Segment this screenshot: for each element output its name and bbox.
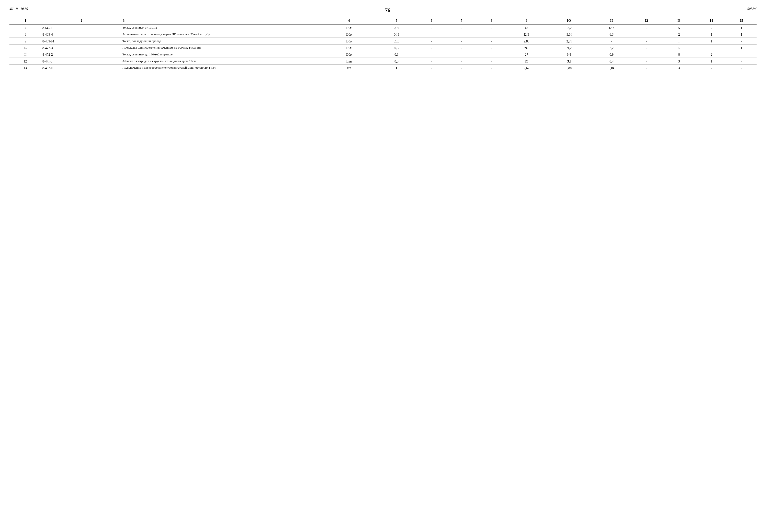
cell-6-6: -	[416, 58, 446, 64]
cell-5-1: II	[9, 51, 42, 58]
cell-7-2: 8-482-II	[42, 65, 121, 71]
table-row: 78-I46-IТо же, сечением 3х10мм2I00м0,I0-…	[9, 24, 757, 31]
table-row: I28-47I-3Забивка электродов из круглой с…	[9, 58, 757, 64]
cell-2-1: 8	[9, 31, 42, 37]
table-row: II8-472-2То же, сечением до 160мм2 в тра…	[9, 51, 757, 58]
col-header-8: 8	[476, 17, 506, 24]
cell-4-14: 6	[696, 45, 726, 51]
cell-1-4: I00м	[321, 24, 376, 31]
cell-5-3: То же, сечением до 160мм2 в транше	[121, 51, 321, 58]
cell-2-2: 8-409-4	[42, 31, 121, 37]
cell-1-14: 2	[696, 24, 726, 31]
cell-5-12: -	[632, 51, 662, 58]
cell-4-7: -	[446, 45, 476, 51]
table-row: 88-409-4Затягивание первого провода марк…	[9, 31, 757, 37]
cell-2-13: 2	[662, 31, 696, 37]
cell-2-12: -	[632, 31, 662, 37]
cell-1-13: 5	[662, 24, 696, 31]
cell-4-4: I00м	[321, 45, 376, 51]
cell-3-15: -	[727, 38, 757, 44]
cell-4-8: -	[476, 45, 506, 51]
cell-4-5: 0,3	[376, 45, 416, 51]
cell-7-3: Подключение к электросети электродвигате…	[121, 65, 321, 71]
cell-4-15: I	[727, 45, 757, 51]
col-header-2: 2	[42, 17, 121, 24]
cell-4-6: -	[416, 45, 446, 51]
cell-1-10: I8,2	[546, 24, 591, 31]
cell-3-5: C,I5	[376, 38, 416, 44]
cell-3-3: То же, последующий провод	[121, 38, 321, 44]
cell-7-14: 2	[696, 65, 726, 71]
cell-7-12: -	[632, 65, 662, 71]
cell-4-12: -	[632, 45, 662, 51]
cell-1-6: -	[416, 24, 446, 31]
cell-1-5: 0,I0	[376, 24, 416, 31]
cell-7-4: шт	[321, 65, 376, 71]
cell-1-12: -	[632, 24, 662, 31]
cell-5-14: 2	[696, 51, 726, 58]
doc-code: 9052/6	[747, 7, 757, 11]
page-header: 4II - 9 - 10.85 76 9052/6	[9, 7, 757, 13]
cell-1-9: 48	[507, 24, 547, 31]
cell-6-7: -	[446, 58, 476, 64]
cell-3-6: -	[416, 38, 446, 44]
cell-2-3: Затягивание первого провода марки ПВ сеч…	[121, 31, 321, 37]
cell-3-12: -	[632, 38, 662, 44]
col-header-13: I3	[662, 17, 696, 24]
col-header-14: I4	[696, 17, 726, 24]
dotted-divider	[9, 15, 757, 15]
cell-7-10: I,88	[546, 65, 591, 71]
cell-2-11: 6,3	[591, 31, 632, 37]
cell-1-11: I2,7	[591, 24, 632, 31]
cell-5-9: 27	[507, 51, 547, 58]
cell-5-8: -	[476, 51, 506, 58]
cell-7-11: 0,04	[591, 65, 632, 71]
cell-6-2: 8-47I-3	[42, 58, 121, 64]
col-header-4: 4	[321, 17, 376, 24]
cell-2-6: -	[416, 31, 446, 37]
cell-7-8: -	[476, 65, 506, 71]
cell-6-1: I2	[9, 58, 42, 64]
cell-5-15: -	[727, 51, 757, 58]
col-header-7: 7	[446, 17, 476, 24]
cell-3-4: I00м	[321, 38, 376, 44]
cell-5-10: 6,8	[546, 51, 591, 58]
cell-6-10: 3,I	[546, 58, 591, 64]
col-header-9: 9	[507, 17, 547, 24]
column-headers: I 2 3 4 5 6 7 8 9 IO II I2 I3 I4 I5	[9, 17, 757, 24]
cell-6-4: I0шт	[321, 58, 376, 64]
col-header-3: 3	[121, 17, 321, 24]
cell-1-3: То же, сечением 3х10мм2	[121, 24, 321, 31]
cell-3-14: I	[696, 38, 726, 44]
cell-4-10: 2I,2	[546, 45, 591, 51]
cell-6-3: Забивка электродов из круглой стали диам…	[121, 58, 321, 64]
cell-7-5: I	[376, 65, 416, 71]
cell-2-10: 5,5I	[546, 31, 591, 37]
cell-3-13: I	[662, 38, 696, 44]
cell-6-15: -	[727, 58, 757, 64]
cell-7-9: 2,62	[507, 65, 547, 71]
cell-2-14: I	[696, 31, 726, 37]
table-row: IO8-472-3Прокладка шин заземления сечени…	[9, 45, 757, 51]
cell-2-15: I	[727, 31, 757, 37]
cell-5-5: 0,3	[376, 51, 416, 58]
cell-5-13: 8	[662, 51, 696, 58]
cell-2-9: I2,3	[507, 31, 547, 37]
col-header-12: I2	[632, 17, 662, 24]
cell-6-5: 0,3	[376, 58, 416, 64]
cell-7-7: -	[446, 65, 476, 71]
page-number: 76	[28, 7, 747, 13]
cell-4-9: 39,3	[507, 45, 547, 51]
cell-5-11: 0,9	[591, 51, 632, 58]
cell-6-11: 0,4	[591, 58, 632, 64]
cell-4-3: Прокладка шин заземления сечением до 100…	[121, 45, 321, 51]
cell-7-6: -	[416, 65, 446, 71]
cell-6-8: -	[476, 58, 506, 64]
doc-number: 4II - 9 - 10.85	[9, 7, 28, 11]
cell-5-7: -	[446, 51, 476, 58]
cell-1-7: -	[446, 24, 476, 31]
cell-5-6: -	[416, 51, 446, 58]
col-header-1: I	[9, 17, 42, 24]
cell-5-4: I00м	[321, 51, 376, 58]
cell-7-13: 3	[662, 65, 696, 71]
